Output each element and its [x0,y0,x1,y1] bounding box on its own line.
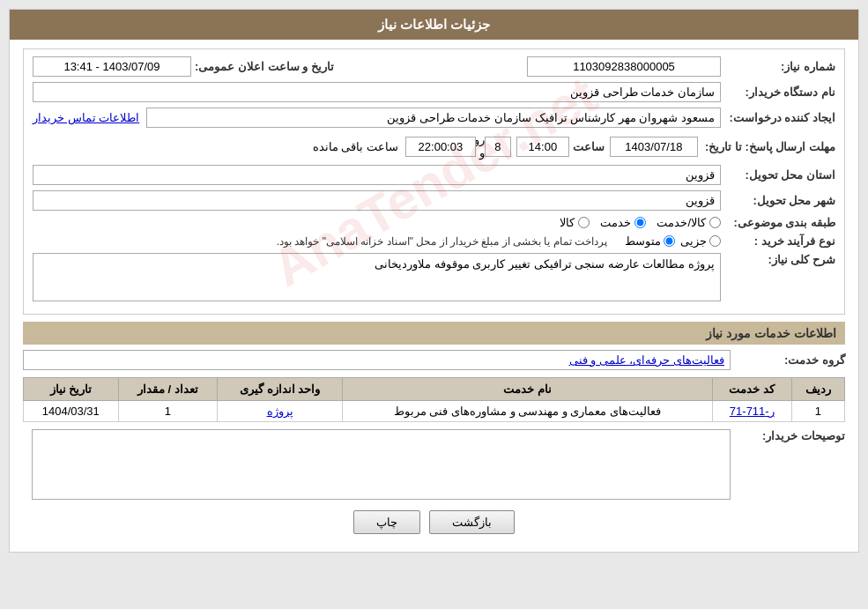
radio-kala-label: کالا [560,216,575,229]
col-vahed: واحد اندازه گیری [218,378,343,401]
toseih-value [32,429,731,500]
toseih-label: توصیحات خریدار: [731,429,845,442]
tabaqe-radio-group: کالا/خدمت خدمت کالا [560,216,721,229]
table-row: 1ر-711-71فعالیت‌های معماری و مهندسی و مش… [24,401,845,422]
cell-tedaad: 1 [118,401,218,422]
radio-kala-khedmat[interactable]: کالا/خدمت [657,216,721,229]
col-tarikh: تاریخ نیاز [24,378,119,401]
col-kod: کد خدمت [712,378,791,401]
radio-kala-input[interactable] [578,217,590,228]
baqi-label: ساعت باقی مانده [313,140,402,153]
saat-label: ساعت [569,140,605,153]
radio-kala[interactable]: کالا [560,216,590,229]
sharh-value: پروژه مطالعات عارضه سنجی ترافیکی تغییر ک… [33,253,721,301]
shomara-niaz-value: 1103092838000005 [527,56,721,77]
radio-khedmat[interactable]: خدمت [600,216,646,229]
radio-khedmat-label: خدمت [600,216,631,229]
roz-label: روز و [481,133,485,160]
radio-khedmat-input[interactable] [634,217,646,228]
ostan-value: قزوین [33,165,721,185]
print-button[interactable]: چاپ [353,510,420,534]
ettelaat-tamas-link[interactable]: اطلاعات تماس خریدار [33,111,139,124]
shomara-niaz-label: شماره نیاز: [721,60,835,73]
nooe-note: پرداخت تمام یا بخشی از مبلغ خریدار از مح… [277,235,607,248]
radio-mottaset[interactable]: متوسط [625,234,675,248]
col-nam: نام خدمت [342,378,712,401]
cell-radif: 1 [791,401,844,422]
mohlat-roz: 8 [485,137,511,157]
nam-dastgah-label: نام دستگاه خریدار: [721,85,835,99]
mohlat-baqi: 22:00:03 [405,137,476,157]
page-title: جزئیات اطلاعات نیاز [10,10,858,40]
section2-title: اطلاعات خدمات مورد نیاز [23,322,845,345]
nooe-farayand-label: نوع فرآیند خرید : [721,234,835,248]
radio-jozii-input[interactable] [709,235,721,247]
goroh-khedmat-value: فعالیت‌های حرفه‌ای، علمی و فنی [23,350,731,370]
mohlat-label: مهلت ارسال پاسخ: تا تاریخ: [698,140,835,153]
mohlat-saat: 14:00 [516,137,569,157]
tabaqe-label: طبقه بندی موضوعی: [721,216,835,229]
sharh-label: شرح کلی نیاز: [721,253,835,266]
goroh-khedmat-label: گروه خدمت: [731,353,845,367]
col-tedaad: تعداد / مقدار [118,378,218,401]
cell-kod: ر-711-71 [712,401,791,422]
radio-jozii-label: جزیی [680,234,707,248]
cell-nam: فعالیت‌های معماری و مهندسی و مشاوره‌های … [342,401,712,422]
mohlat-date: 1403/07/18 [610,137,698,157]
back-button[interactable]: بازگشت [429,510,515,534]
ijad-konande-label: ایجاد کننده درخواست: [721,111,835,124]
services-table: ردیف کد خدمت نام خدمت واحد اندازه گیری ت… [23,377,845,422]
nam-dastgah-value: سازمان خدمات طراحی قزوین [33,82,721,102]
footer-buttons: بازگشت چاپ [23,510,845,543]
ijad-konande-value: مسعود شهروان مهر کارشناس ترافیک سازمان خ… [146,108,721,128]
ostan-label: استان محل تحویل: [721,168,835,182]
radio-jozii[interactable]: جزیی [680,234,721,248]
radio-mottaset-input[interactable] [664,235,675,247]
radio-kala-khedmat-input[interactable] [709,217,721,228]
tarikh-saaat-label: تاریخ و ساعت اعلان عمومی: [191,60,334,73]
cell-vahed: پروژه [218,401,343,422]
tarikh-saaat-value: 1403/07/09 - 13:41 [33,56,191,77]
radio-mottaset-label: متوسط [625,234,661,248]
shahr-value: قزوین [33,190,721,211]
nooe-radio-group: جزیی متوسط پرداخت تمام یا بخشی از مبلغ خ… [277,234,721,248]
col-radif: ردیف [791,378,844,401]
cell-tarikh: 1404/03/31 [24,401,119,422]
radio-kala-khedmat-label: کالا/خدمت [657,216,706,229]
shahr-label: شهر محل تحویل: [721,194,835,207]
